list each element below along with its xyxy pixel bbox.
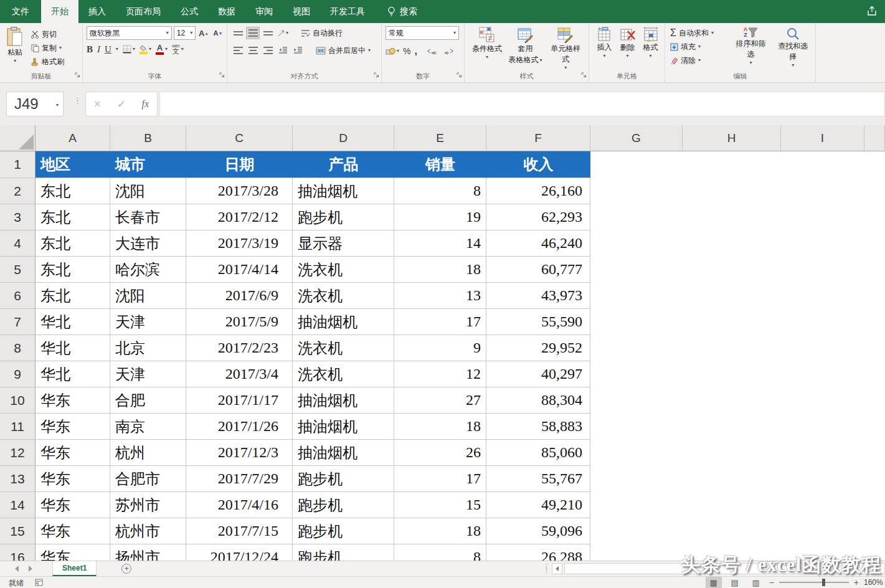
ribbon-tab-2[interactable]: 插入 — [78, 0, 116, 23]
cell-D13[interactable]: 跑步机 — [293, 466, 394, 492]
cell-G16[interactable] — [590, 544, 683, 561]
cell-E8[interactable]: 9 — [394, 335, 486, 361]
cell-F6[interactable]: 43,973 — [486, 283, 590, 309]
wrap-text-button[interactable]: 自动换行 — [300, 26, 344, 40]
cell-C11[interactable]: 2017/1/26 — [186, 414, 293, 440]
cell-H14[interactable] — [683, 492, 781, 518]
sheet-nav-prev-icon[interactable] — [15, 566, 19, 572]
sheet-nav-next-icon[interactable] — [29, 566, 32, 572]
align-center-button[interactable] — [246, 44, 260, 57]
cell-C6[interactable]: 2017/6/9 — [186, 283, 293, 309]
zoom-level[interactable]: 160% — [864, 578, 885, 587]
cell-C13[interactable]: 2017/7/29 — [186, 466, 293, 492]
cell-C15[interactable]: 2017/7/15 — [186, 518, 293, 544]
cell-B6[interactable]: 沈阳 — [110, 283, 186, 309]
row-header-6[interactable]: 6 — [0, 283, 35, 309]
cell-H12[interactable] — [683, 440, 781, 466]
name-box[interactable]: J49 ▾ — [6, 92, 64, 116]
cell-D2[interactable]: 抽油烟机 — [293, 178, 394, 204]
cell-A10[interactable]: 华东 — [35, 387, 110, 414]
cell-B10[interactable]: 合肥 — [110, 387, 186, 414]
cell-D16[interactable]: 跑步机 — [293, 544, 394, 561]
cell-E13[interactable]: 17 — [394, 466, 486, 492]
phonetic-guide-button[interactable]: wén文 ▾ — [172, 44, 184, 55]
cell-B14[interactable]: 苏州市 — [110, 492, 186, 518]
cell-A5[interactable]: 东北 — [35, 257, 110, 283]
cell-E7[interactable]: 17 — [394, 309, 486, 335]
row-header-13[interactable]: 13 — [0, 466, 35, 492]
cell-J14[interactable] — [864, 492, 885, 518]
format-painter-button[interactable]: 格式刷 — [30, 55, 65, 69]
cell-B1[interactable]: 城市 — [110, 151, 186, 178]
cell-G4[interactable] — [590, 230, 683, 257]
cell-D6[interactable]: 洗衣机 — [293, 283, 394, 309]
cell-E4[interactable]: 14 — [394, 230, 486, 257]
accounting-format-button[interactable]: ▾ — [386, 47, 399, 55]
cell-F10[interactable]: 88,304 — [486, 387, 590, 414]
cell-G8[interactable] — [590, 335, 683, 361]
cut-button[interactable]: 剪切 — [30, 27, 65, 41]
column-header-I[interactable]: I — [781, 125, 864, 151]
cell-G3[interactable] — [590, 204, 683, 230]
cell-F1[interactable]: 收入 — [486, 151, 590, 178]
cell-D4[interactable]: 显示器 — [293, 230, 394, 257]
formula-bar-splitter[interactable]: ⋮ — [73, 99, 82, 103]
cell-I1[interactable] — [781, 151, 864, 178]
cell-C9[interactable]: 2017/3/4 — [186, 361, 293, 387]
sort-filter-button[interactable]: AZ 排序和筛选 ▾ — [731, 26, 771, 66]
cell-A11[interactable]: 华东 — [35, 414, 110, 440]
align-left-button[interactable] — [231, 44, 245, 57]
cell-C10[interactable]: 2017/1/17 — [186, 387, 293, 414]
cell-D15[interactable]: 跑步机 — [293, 518, 394, 544]
cell-J4[interactable] — [864, 230, 885, 257]
cell-A7[interactable]: 华北 — [35, 309, 110, 335]
cell-G11[interactable] — [590, 414, 683, 440]
column-header-B[interactable]: B — [110, 125, 186, 151]
cell-G7[interactable] — [590, 309, 683, 335]
alignment-dialog-launcher-icon[interactable] — [374, 69, 379, 80]
row-header-10[interactable]: 10 — [0, 387, 35, 414]
column-header-partial[interactable] — [864, 125, 885, 151]
cell-J11[interactable] — [864, 414, 885, 440]
cell-D9[interactable]: 洗衣机 — [293, 361, 394, 387]
column-header-C[interactable]: C — [186, 125, 293, 151]
number-dialog-launcher-icon[interactable] — [457, 69, 462, 80]
font-dialog-launcher-icon[interactable] — [219, 69, 225, 80]
row-header-15[interactable]: 15 — [0, 518, 35, 544]
cell-B15[interactable]: 杭州市 — [110, 518, 186, 544]
cell-D11[interactable]: 抽油烟机 — [293, 414, 394, 440]
cell-F9[interactable]: 40,297 — [486, 361, 590, 387]
cell-C2[interactable]: 2017/3/28 — [186, 178, 293, 204]
column-header-A[interactable]: A — [35, 125, 110, 151]
cell-F4[interactable]: 46,240 — [486, 230, 590, 257]
cell-I2[interactable] — [781, 178, 864, 204]
grow-font-button[interactable]: A▲ — [197, 27, 210, 39]
cell-C3[interactable]: 2017/2/12 — [186, 204, 293, 230]
row-header-14[interactable]: 14 — [0, 492, 35, 518]
cell-B7[interactable]: 天津 — [110, 309, 186, 335]
cell-H9[interactable] — [683, 361, 781, 387]
column-header-G[interactable]: G — [590, 125, 683, 151]
row-header-2[interactable]: 2 — [0, 178, 35, 204]
cell-E3[interactable]: 19 — [394, 204, 486, 230]
increase-decimal-button[interactable] — [425, 45, 438, 57]
ribbon-tab-file[interactable]: 文件 — [0, 0, 41, 23]
ribbon-tab-6[interactable]: 审阅 — [245, 0, 283, 23]
ribbon-tab-4[interactable]: 公式 — [171, 0, 208, 23]
find-select-button[interactable]: 查找和选择 ▾ — [773, 26, 813, 69]
font-size-select[interactable]: 12▾ — [174, 26, 196, 40]
format-cells-button[interactable]: 格式 ▾ — [639, 26, 662, 59]
name-box-dropdown-icon[interactable]: ▾ — [56, 103, 59, 108]
macro-record-icon[interactable] — [35, 579, 43, 588]
cell-E15[interactable]: 18 — [394, 518, 486, 544]
cell-J3[interactable] — [864, 204, 885, 230]
cell-A4[interactable]: 东北 — [35, 230, 110, 257]
insert-cells-button[interactable]: 插入 ▾ — [593, 26, 616, 59]
row-header-5[interactable]: 5 — [0, 257, 35, 283]
cell-J6[interactable] — [864, 283, 885, 309]
increase-indent-button[interactable] — [291, 44, 305, 57]
cell-J2[interactable] — [864, 178, 885, 204]
cell-J5[interactable] — [864, 257, 885, 283]
cell-A14[interactable]: 华东 — [35, 492, 110, 518]
decrease-indent-button[interactable] — [276, 44, 290, 57]
